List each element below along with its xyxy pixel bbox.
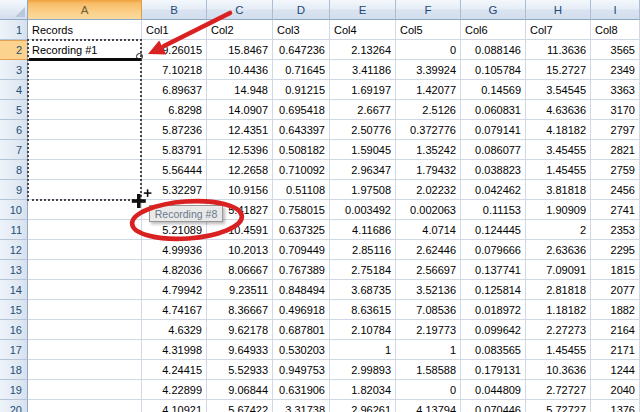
- cell-B19[interactable]: 4.22899: [142, 380, 207, 400]
- row-header-15[interactable]: 15: [0, 300, 28, 320]
- cell-G2[interactable]: 0.088146: [461, 40, 526, 60]
- row-header-4[interactable]: 4: [0, 80, 28, 100]
- column-header-D[interactable]: D: [273, 0, 330, 20]
- row-header-18[interactable]: 18: [0, 360, 28, 380]
- cell-H6[interactable]: 4.18182: [526, 120, 591, 140]
- cell-I4[interactable]: 3363: [591, 80, 640, 100]
- cell-F15[interactable]: 7.08536: [396, 300, 461, 320]
- cell-E7[interactable]: 1.59045: [330, 140, 396, 160]
- cell-I14[interactable]: 2077: [591, 280, 640, 300]
- cell-D18[interactable]: 0.949753: [273, 360, 330, 380]
- cell-E19[interactable]: 1.82034: [330, 380, 396, 400]
- cell-F12[interactable]: 2.62446: [396, 240, 461, 260]
- row-header-19[interactable]: 19: [0, 380, 28, 400]
- cell-C13[interactable]: 8.06667: [207, 260, 273, 280]
- cell-B14[interactable]: 4.79942: [142, 280, 207, 300]
- cell-I17[interactable]: 2171: [591, 340, 640, 360]
- cell-E1[interactable]: Col4: [330, 20, 396, 40]
- cell-F19[interactable]: 0: [396, 380, 461, 400]
- cell-F7[interactable]: 1.35242: [396, 140, 461, 160]
- cell-B7[interactable]: 5.83791: [142, 140, 207, 160]
- cell-A6[interactable]: [28, 120, 142, 140]
- cell-G7[interactable]: 0.086077: [461, 140, 526, 160]
- cell-B12[interactable]: 4.99936: [142, 240, 207, 260]
- cell-F9[interactable]: 2.02232: [396, 180, 461, 200]
- cell-F4[interactable]: 1.42077: [396, 80, 461, 100]
- cell-G13[interactable]: 0.137741: [461, 260, 526, 280]
- cell-H13[interactable]: 7.09091: [526, 260, 591, 280]
- cell-F17[interactable]: 1: [396, 340, 461, 360]
- cell-D17[interactable]: 0.530203: [273, 340, 330, 360]
- cell-I1[interactable]: Col8: [591, 20, 640, 40]
- row-header-5[interactable]: 5: [0, 100, 28, 120]
- cell-B3[interactable]: 7.10218: [142, 60, 207, 80]
- cell-A7[interactable]: [28, 140, 142, 160]
- column-header-A[interactable]: A: [28, 0, 142, 20]
- cell-F13[interactable]: 2.56697: [396, 260, 461, 280]
- cell-F10[interactable]: 0.002063: [396, 200, 461, 220]
- cell-A10[interactable]: [28, 200, 142, 220]
- cell-A4[interactable]: [28, 80, 142, 100]
- column-header-E[interactable]: E: [330, 0, 396, 20]
- cell-D13[interactable]: 0.767389: [273, 260, 330, 280]
- cell-H1[interactable]: Col7: [526, 20, 591, 40]
- cell-D15[interactable]: 0.496918: [273, 300, 330, 320]
- cell-F5[interactable]: 2.5126: [396, 100, 461, 120]
- cell-G1[interactable]: Col6: [461, 20, 526, 40]
- cell-H17[interactable]: 1.45455: [526, 340, 591, 360]
- cell-A9[interactable]: [28, 180, 142, 200]
- cell-A2[interactable]: Recording #1: [28, 40, 142, 60]
- cell-B18[interactable]: 4.24415: [142, 360, 207, 380]
- cell-E9[interactable]: 1.97508: [330, 180, 396, 200]
- cell-F6[interactable]: 0.372776: [396, 120, 461, 140]
- cell-C2[interactable]: 15.8467: [207, 40, 273, 60]
- cell-G20[interactable]: 0.070446: [461, 400, 526, 412]
- cell-A16[interactable]: [28, 320, 142, 340]
- cell-G5[interactable]: 0.060831: [461, 100, 526, 120]
- cell-C8[interactable]: 12.2658: [207, 160, 273, 180]
- cell-H5[interactable]: 4.63636: [526, 100, 591, 120]
- cell-G17[interactable]: 0.083565: [461, 340, 526, 360]
- cell-F16[interactable]: 2.19773: [396, 320, 461, 340]
- row-header-7[interactable]: 7: [0, 140, 28, 160]
- cell-I11[interactable]: 2353: [591, 220, 640, 240]
- cell-D14[interactable]: 0.848494: [273, 280, 330, 300]
- cell-H18[interactable]: 10.3636: [526, 360, 591, 380]
- column-header-H[interactable]: H: [526, 0, 591, 20]
- cell-I18[interactable]: 1244: [591, 360, 640, 380]
- cell-G12[interactable]: 0.079666: [461, 240, 526, 260]
- cell-E10[interactable]: 0.003492: [330, 200, 396, 220]
- cell-G19[interactable]: 0.044809: [461, 380, 526, 400]
- cell-E13[interactable]: 2.75184: [330, 260, 396, 280]
- cell-H16[interactable]: 2.27273: [526, 320, 591, 340]
- cell-H9[interactable]: 3.81818: [526, 180, 591, 200]
- cell-F2[interactable]: 0: [396, 40, 461, 60]
- cell-B11[interactable]: 5.21089: [142, 220, 207, 240]
- cell-I12[interactable]: 2295: [591, 240, 640, 260]
- cell-D2[interactable]: 0.647236: [273, 40, 330, 60]
- cell-E4[interactable]: 1.69197: [330, 80, 396, 100]
- cell-H7[interactable]: 3.45455: [526, 140, 591, 160]
- cell-A11[interactable]: [28, 220, 142, 240]
- cell-I8[interactable]: 2759: [591, 160, 640, 180]
- cell-G8[interactable]: 0.038823: [461, 160, 526, 180]
- cell-G4[interactable]: 0.14569: [461, 80, 526, 100]
- row-header-14[interactable]: 14: [0, 280, 28, 300]
- cell-D9[interactable]: 0.51108: [273, 180, 330, 200]
- cell-B8[interactable]: 5.56444: [142, 160, 207, 180]
- row-header-1[interactable]: 1: [0, 20, 28, 40]
- cell-F8[interactable]: 1.79432: [396, 160, 461, 180]
- cell-F11[interactable]: 4.0714: [396, 220, 461, 240]
- cell-C14[interactable]: 9.23511: [207, 280, 273, 300]
- cell-C5[interactable]: 14.0907: [207, 100, 273, 120]
- cell-F3[interactable]: 3.39924: [396, 60, 461, 80]
- cell-G10[interactable]: 0.11153: [461, 200, 526, 220]
- cell-E16[interactable]: 2.10784: [330, 320, 396, 340]
- cell-I20[interactable]: 1376: [591, 400, 640, 412]
- cell-B17[interactable]: 4.31998: [142, 340, 207, 360]
- cell-H20[interactable]: 5.72727: [526, 400, 591, 412]
- cell-G11[interactable]: 0.124445: [461, 220, 526, 240]
- row-header-13[interactable]: 13: [0, 260, 28, 280]
- cell-A3[interactable]: [28, 60, 142, 80]
- cell-I3[interactable]: 2349: [591, 60, 640, 80]
